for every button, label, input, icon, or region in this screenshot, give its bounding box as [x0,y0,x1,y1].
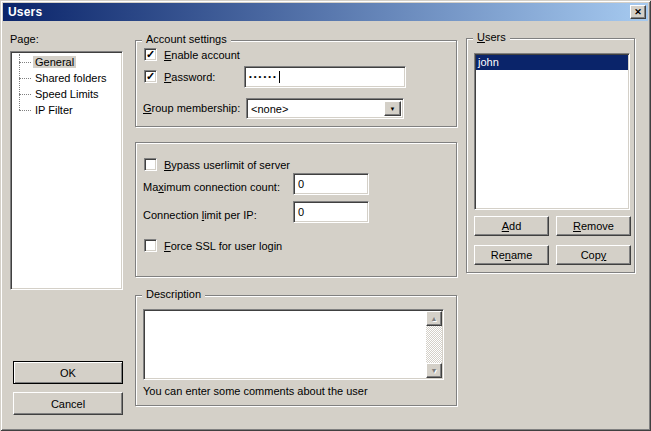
connection-limit-per-ip-input[interactable]: 0 [293,201,369,223]
bypass-userlimit-label: Bypass userlimit of server [164,159,290,171]
tree-item-general[interactable]: General [11,54,122,70]
check-icon: ✓ [146,70,155,83]
page-list-label: Page: [10,33,39,45]
tree-line-icon [19,78,31,79]
enable-account-checkbox-row[interactable]: ✓ Enable account [144,48,240,61]
text-caret [279,71,280,83]
connection-limit-per-ip-label: Connection limit per IP: [143,209,257,221]
tree-item-shared-folders[interactable]: Shared folders [11,70,122,86]
user-list-item[interactable]: john [476,55,628,70]
account-settings-title: Account settings [142,33,231,45]
check-icon: ✓ [146,48,155,61]
bypass-userlimit-checkbox-row[interactable]: ✓ Bypass userlimit of server [144,158,290,171]
close-icon: ✕ [634,8,642,17]
page-tree[interactable]: General Shared folders Speed Limits IP F… [10,51,123,290]
password-input[interactable]: •••••• [244,66,406,88]
tree-line-icon [19,62,31,63]
users-group: Users john Add Remove Rename Copy [466,38,635,273]
tree-item-label: IP Filter [33,104,75,116]
remove-user-button[interactable]: Remove [556,216,631,236]
tree-item-speed-limits[interactable]: Speed Limits [11,86,122,102]
copy-user-button[interactable]: Copy [556,245,631,265]
enable-account-label: Enable account [164,49,240,61]
scrollbar-up-button[interactable]: ▲ [426,311,442,326]
scrollbar-down-button[interactable]: ▼ [426,363,442,378]
users-dialog: Users ✕ Page: General Shared folders Spe… [0,0,651,431]
force-ssl-checkbox[interactable]: ✓ [144,239,157,252]
tree-line-icon [19,110,31,111]
enable-account-checkbox[interactable]: ✓ [144,48,157,61]
connection-limit-per-ip-value: 0 [298,206,304,218]
limits-group: ✓ Bypass userlimit of server Maximum con… [135,142,457,277]
rename-user-button[interactable]: Rename [474,245,549,265]
group-membership-value: <none> [247,99,403,118]
tree-item-ip-filter[interactable]: IP Filter [11,102,122,118]
cancel-button[interactable]: Cancel [13,392,123,415]
password-label: Password: [164,71,215,83]
max-connection-count-label: Maximum connection count: [143,181,280,193]
password-checkbox[interactable]: ✓ [144,70,157,83]
description-scrollbar[interactable]: ▲ ▼ [426,311,442,378]
password-checkbox-row[interactable]: ✓ Password: [144,70,215,83]
chevron-down-icon: ▼ [390,106,396,112]
close-button[interactable]: ✕ [630,5,646,19]
tree-item-label: Speed Limits [33,88,101,100]
arrow-up-icon: ▲ [431,315,438,322]
ok-button[interactable]: OK [13,361,123,384]
description-hint: You can enter some comments about the us… [143,385,368,397]
tree-item-label: Shared folders [33,72,109,84]
tree-line-icon [19,94,31,95]
users-group-title: Users [473,31,510,43]
password-masked-value: •••••• [249,73,278,81]
description-textarea[interactable]: ▲ ▼ [143,309,444,380]
description-title: Description [142,288,205,300]
combo-dropdown-button[interactable]: ▼ [384,101,401,116]
force-ssl-checkbox-row[interactable]: ✓ Force SSL for user login [144,239,282,252]
add-user-button[interactable]: Add [474,216,549,236]
titlebar[interactable]: Users ✕ [3,3,648,21]
users-listbox[interactable]: john [474,53,630,210]
max-connection-count-input[interactable]: 0 [293,173,369,195]
bypass-userlimit-checkbox[interactable]: ✓ [144,158,157,171]
tree-item-label: General [33,56,76,68]
window-title: Users [8,5,42,19]
max-connection-count-value: 0 [298,178,304,190]
description-group: Description ▲ ▼ You can enter some comme… [135,295,457,406]
group-membership-select[interactable]: <none> ▼ [246,98,404,119]
group-membership-label: Group membership: [143,102,240,114]
arrow-down-icon: ▼ [431,367,438,374]
force-ssl-label: Force SSL for user login [164,240,282,252]
account-settings-group: Account settings ✓ Enable account ✓ Pass… [135,40,457,127]
